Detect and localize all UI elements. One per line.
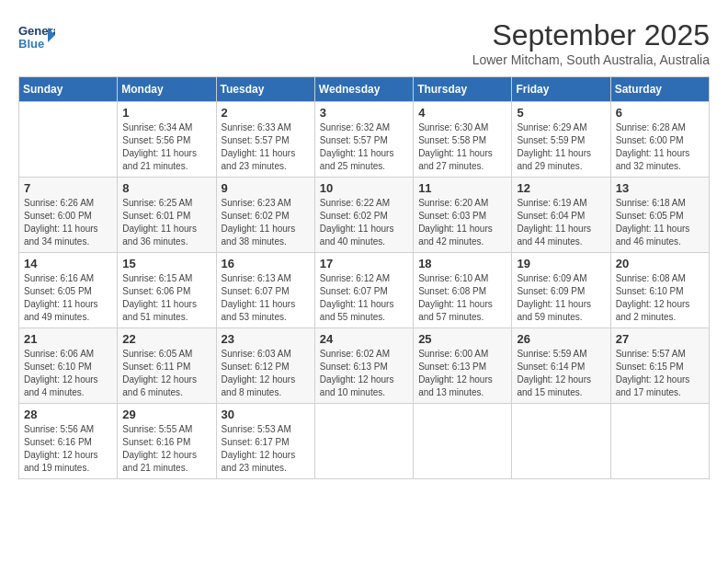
day-info: Sunrise: 6:05 AM Sunset: 6:11 PM Dayligh… bbox=[122, 348, 210, 399]
calendar-cell: 16Sunrise: 6:13 AM Sunset: 6:07 PM Dayli… bbox=[216, 253, 314, 328]
day-info: Sunrise: 6:02 AM Sunset: 6:13 PM Dayligh… bbox=[320, 348, 408, 399]
calendar-cell bbox=[414, 404, 512, 479]
day-info: Sunrise: 6:30 AM Sunset: 5:58 PM Dayligh… bbox=[418, 121, 506, 173]
day-info: Sunrise: 6:18 AM Sunset: 6:05 PM Dayligh… bbox=[616, 197, 704, 248]
day-number: 24 bbox=[320, 332, 408, 346]
day-number: 28 bbox=[24, 408, 112, 421]
calendar-cell: 10Sunrise: 6:22 AM Sunset: 6:02 PM Dayli… bbox=[314, 178, 413, 253]
day-number: 15 bbox=[122, 257, 210, 270]
calendar-cell: 23Sunrise: 6:03 AM Sunset: 6:12 PM Dayli… bbox=[216, 328, 314, 404]
day-number: 8 bbox=[122, 181, 210, 195]
calendar-cell: 14Sunrise: 6:16 AM Sunset: 6:05 PM Dayli… bbox=[19, 253, 118, 328]
day-number: 22 bbox=[122, 332, 210, 346]
day-info: Sunrise: 6:08 AM Sunset: 6:10 PM Dayligh… bbox=[616, 272, 704, 324]
month-title: September 2025 bbox=[472, 18, 710, 52]
col-header-tuesday: Tuesday bbox=[216, 77, 314, 102]
col-header-sunday: Sunday bbox=[19, 77, 118, 102]
day-number: 18 bbox=[418, 257, 506, 270]
day-info: Sunrise: 6:29 AM Sunset: 5:59 PM Dayligh… bbox=[517, 121, 605, 173]
calendar-cell: 18Sunrise: 6:10 AM Sunset: 6:08 PM Dayli… bbox=[414, 253, 512, 328]
calendar-cell bbox=[19, 102, 118, 178]
day-number: 16 bbox=[222, 257, 310, 270]
calendar-cell: 3Sunrise: 6:32 AM Sunset: 5:57 PM Daylig… bbox=[314, 102, 413, 178]
day-number: 17 bbox=[320, 257, 408, 270]
day-info: Sunrise: 6:13 AM Sunset: 6:07 PM Dayligh… bbox=[222, 272, 310, 324]
calendar-cell: 12Sunrise: 6:19 AM Sunset: 6:04 PM Dayli… bbox=[512, 178, 610, 253]
day-number: 26 bbox=[517, 332, 605, 346]
day-info: Sunrise: 6:28 AM Sunset: 6:00 PM Dayligh… bbox=[616, 121, 704, 173]
calendar-cell: 8Sunrise: 6:25 AM Sunset: 6:01 PM Daylig… bbox=[118, 178, 216, 253]
calendar-cell: 9Sunrise: 6:23 AM Sunset: 6:02 PM Daylig… bbox=[216, 178, 314, 253]
calendar-cell: 30Sunrise: 5:53 AM Sunset: 6:17 PM Dayli… bbox=[216, 404, 314, 479]
calendar-cell: 29Sunrise: 5:55 AM Sunset: 6:16 PM Dayli… bbox=[118, 404, 216, 479]
day-number: 19 bbox=[517, 257, 605, 270]
day-number: 25 bbox=[418, 332, 506, 346]
calendar-cell: 6Sunrise: 6:28 AM Sunset: 6:00 PM Daylig… bbox=[610, 102, 709, 178]
col-header-saturday: Saturday bbox=[610, 77, 709, 102]
day-info: Sunrise: 6:09 AM Sunset: 6:09 PM Dayligh… bbox=[517, 272, 605, 324]
calendar-cell bbox=[610, 404, 709, 479]
day-number: 7 bbox=[24, 181, 112, 195]
calendar-cell: 7Sunrise: 6:26 AM Sunset: 6:00 PM Daylig… bbox=[19, 178, 118, 253]
calendar-cell: 21Sunrise: 6:06 AM Sunset: 6:10 PM Dayli… bbox=[19, 328, 118, 404]
calendar-cell: 22Sunrise: 6:05 AM Sunset: 6:11 PM Dayli… bbox=[118, 328, 216, 404]
day-number: 29 bbox=[122, 408, 210, 421]
calendar-cell bbox=[314, 404, 413, 479]
day-number: 20 bbox=[616, 257, 704, 270]
day-info: Sunrise: 6:15 AM Sunset: 6:06 PM Dayligh… bbox=[122, 272, 210, 324]
calendar-cell: 4Sunrise: 6:30 AM Sunset: 5:58 PM Daylig… bbox=[414, 102, 512, 178]
location-subtitle: Lower Mitcham, South Australia, Australi… bbox=[472, 52, 710, 67]
calendar-cell: 17Sunrise: 6:12 AM Sunset: 6:07 PM Dayli… bbox=[314, 253, 413, 328]
svg-text:Blue: Blue bbox=[18, 37, 44, 51]
calendar-cell: 24Sunrise: 6:02 AM Sunset: 6:13 PM Dayli… bbox=[314, 328, 413, 404]
calendar-cell: 15Sunrise: 6:15 AM Sunset: 6:06 PM Dayli… bbox=[118, 253, 216, 328]
day-info: Sunrise: 6:03 AM Sunset: 6:12 PM Dayligh… bbox=[222, 348, 310, 399]
day-number: 23 bbox=[222, 332, 310, 346]
day-info: Sunrise: 6:10 AM Sunset: 6:08 PM Dayligh… bbox=[418, 272, 506, 324]
day-info: Sunrise: 6:16 AM Sunset: 6:05 PM Dayligh… bbox=[24, 272, 112, 324]
day-number: 4 bbox=[418, 106, 506, 120]
calendar-cell: 13Sunrise: 6:18 AM Sunset: 6:05 PM Dayli… bbox=[610, 178, 709, 253]
col-header-friday: Friday bbox=[512, 77, 610, 102]
col-header-thursday: Thursday bbox=[414, 77, 512, 102]
col-header-monday: Monday bbox=[118, 77, 216, 102]
day-info: Sunrise: 6:19 AM Sunset: 6:04 PM Dayligh… bbox=[517, 197, 605, 248]
day-number: 6 bbox=[616, 106, 704, 120]
day-number: 2 bbox=[222, 106, 310, 120]
calendar-cell: 20Sunrise: 6:08 AM Sunset: 6:10 PM Dayli… bbox=[610, 253, 709, 328]
day-info: Sunrise: 6:26 AM Sunset: 6:00 PM Dayligh… bbox=[24, 197, 112, 248]
day-number: 5 bbox=[517, 106, 605, 120]
day-info: Sunrise: 5:53 AM Sunset: 6:17 PM Dayligh… bbox=[222, 423, 310, 475]
day-info: Sunrise: 5:56 AM Sunset: 6:16 PM Dayligh… bbox=[24, 423, 112, 475]
day-info: Sunrise: 6:33 AM Sunset: 5:57 PM Dayligh… bbox=[222, 121, 310, 173]
calendar-cell: 5Sunrise: 6:29 AM Sunset: 5:59 PM Daylig… bbox=[512, 102, 610, 178]
calendar-cell: 27Sunrise: 5:57 AM Sunset: 6:15 PM Dayli… bbox=[610, 328, 709, 404]
calendar-cell: 26Sunrise: 5:59 AM Sunset: 6:14 PM Dayli… bbox=[512, 328, 610, 404]
calendar-cell: 19Sunrise: 6:09 AM Sunset: 6:09 PM Dayli… bbox=[512, 253, 610, 328]
calendar-cell: 28Sunrise: 5:56 AM Sunset: 6:16 PM Dayli… bbox=[19, 404, 118, 479]
day-number: 21 bbox=[24, 332, 112, 346]
day-number: 12 bbox=[517, 181, 605, 195]
day-number: 10 bbox=[320, 181, 408, 195]
day-info: Sunrise: 5:57 AM Sunset: 6:15 PM Dayligh… bbox=[616, 348, 704, 399]
day-info: Sunrise: 6:22 AM Sunset: 6:02 PM Dayligh… bbox=[320, 197, 408, 248]
day-number: 3 bbox=[320, 106, 408, 120]
day-info: Sunrise: 5:55 AM Sunset: 6:16 PM Dayligh… bbox=[122, 423, 210, 475]
day-number: 9 bbox=[222, 181, 310, 195]
day-info: Sunrise: 6:34 AM Sunset: 5:56 PM Dayligh… bbox=[122, 121, 210, 173]
day-info: Sunrise: 5:59 AM Sunset: 6:14 PM Dayligh… bbox=[517, 348, 605, 399]
title-block: September 2025 Lower Mitcham, South Aust… bbox=[472, 18, 710, 67]
page-header: General Blue September 2025 Lower Mitcha… bbox=[18, 18, 710, 67]
calendar-cell: 1Sunrise: 6:34 AM Sunset: 5:56 PM Daylig… bbox=[118, 102, 216, 178]
calendar-cell: 25Sunrise: 6:00 AM Sunset: 6:13 PM Dayli… bbox=[414, 328, 512, 404]
day-info: Sunrise: 6:20 AM Sunset: 6:03 PM Dayligh… bbox=[418, 197, 506, 248]
col-header-wednesday: Wednesday bbox=[314, 77, 413, 102]
day-number: 27 bbox=[616, 332, 704, 346]
day-number: 14 bbox=[24, 257, 112, 270]
calendar-cell: 2Sunrise: 6:33 AM Sunset: 5:57 PM Daylig… bbox=[216, 102, 314, 178]
day-number: 11 bbox=[418, 181, 506, 195]
calendar-cell bbox=[512, 404, 610, 479]
calendar-cell: 11Sunrise: 6:20 AM Sunset: 6:03 PM Dayli… bbox=[414, 178, 512, 253]
day-info: Sunrise: 6:32 AM Sunset: 5:57 PM Dayligh… bbox=[320, 121, 408, 173]
day-info: Sunrise: 6:06 AM Sunset: 6:10 PM Dayligh… bbox=[24, 348, 112, 399]
